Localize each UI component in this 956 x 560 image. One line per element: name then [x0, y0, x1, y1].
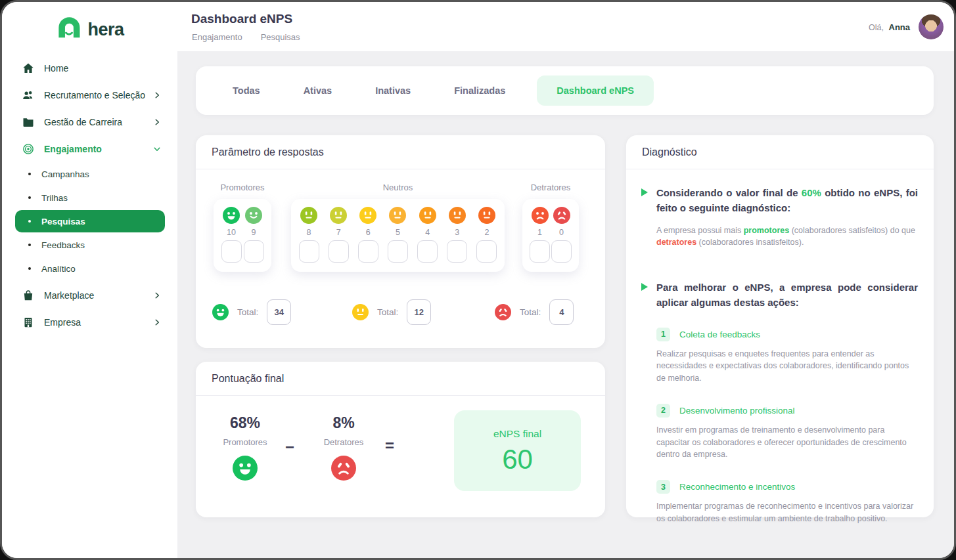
scale-count-input[interactable] [388, 240, 408, 263]
page-title: Dashboard eNPS [191, 12, 292, 26]
action-description: Implementar programas de reconhecimento … [656, 500, 918, 525]
action-number-badge: 3 [656, 480, 670, 494]
sidebar-item-label: Marketplace [44, 290, 94, 301]
scale-number: 2 [484, 228, 489, 237]
scale-count-input[interactable] [551, 240, 572, 263]
sidebar-item-gestao-carreira[interactable]: Gestão de Carreira [2, 108, 177, 135]
app-window: hera Home Recrutamento e Seleç [0, 0, 956, 560]
promoters-panel: 10 9 [214, 199, 271, 272]
promoters-percentage: 68% [206, 414, 285, 432]
tab-inativas[interactable]: Inativas [375, 85, 411, 96]
detractors-group: Detratores 1 0 [522, 183, 579, 272]
sidebar-subitem-feedbacks[interactable]: Feedbacks [15, 233, 165, 257]
breadcrumb-item[interactable]: Pesquisas [261, 32, 300, 42]
diagnostic-body: Considerando o valor final de 60% obtido… [626, 169, 934, 525]
scale-number: 5 [396, 228, 400, 237]
sidebar: hera Home Recrutamento e Seleç [2, 2, 177, 558]
tab-ativas[interactable]: Ativas [304, 85, 332, 96]
avatar[interactable] [919, 14, 944, 39]
sidebar-subitem-trilhas[interactable]: Trilhas [15, 186, 165, 209]
scale-count-input[interactable] [530, 240, 550, 263]
action-number-badge: 2 [656, 404, 670, 418]
total-input[interactable]: 34 [267, 299, 291, 325]
sidebar-subitem-analitico[interactable]: Analítico [15, 257, 165, 280]
scale-number: 4 [425, 228, 430, 237]
emoji-neutral-icon [300, 207, 317, 224]
bullet-dot [28, 244, 31, 246]
scale-count-input[interactable] [221, 240, 242, 263]
sidebar-item-engajamento[interactable]: Engajamento [2, 135, 177, 162]
triangle-bullet-icon [641, 188, 649, 197]
promoters-total: Total: 34 [212, 299, 291, 325]
group-label: Promotores [214, 183, 271, 192]
final-score-card: Pontuação final 68% Promotores − 8% Detr… [196, 362, 605, 517]
diagnostic-point: Considerando o valor final de 60% obtido… [641, 185, 918, 216]
tab-bar: Todas Ativas Inativas Finalizadas Dashbo… [196, 66, 934, 115]
detractors-label: Detratores [304, 437, 383, 447]
detractors-score-block: 8% Detratores [304, 414, 383, 481]
card-title: Parâmetro de respostas [196, 135, 605, 169]
user-area: Olá, Anna [869, 14, 944, 39]
sidebar-item-label: Home [44, 63, 68, 74]
scale-option: 8 [298, 207, 320, 263]
scale-count-input[interactable] [417, 240, 438, 263]
neutrals-panel: 8 7 6 5 [291, 199, 505, 272]
enps-result-box: eNPS final 60 [454, 410, 581, 491]
scale-count-input[interactable] [447, 240, 467, 263]
emoji-smile-icon [245, 207, 262, 224]
emoji-sad-icon [532, 207, 549, 224]
people-icon [22, 89, 35, 102]
total-input[interactable]: 4 [549, 299, 574, 325]
sidebar-subitem-label: Trilhas [41, 193, 68, 203]
sidebar-item-empresa[interactable]: Empresa [2, 309, 177, 335]
action-description: Realizar pesquisas e enquetes frequentes… [656, 348, 918, 385]
emoji-angry-icon [331, 456, 356, 481]
sidebar-subitem-campanhas[interactable]: Campanhas [15, 162, 165, 186]
scale-option: 2 [476, 207, 498, 263]
scale-number: 10 [227, 228, 236, 237]
enps-value-highlight: 60% [802, 187, 821, 198]
sidebar-item-label: Empresa [44, 317, 81, 328]
emoji-angry-icon [553, 207, 570, 224]
tab-dashboard-enps[interactable]: Dashboard eNPS [537, 75, 654, 106]
sidebar-subitem-pesquisas[interactable]: Pesquisas [15, 210, 165, 232]
action-title: Coleta de feedbacks [679, 330, 760, 339]
scale-count-input[interactable] [299, 240, 319, 263]
chevron-right-icon [152, 118, 162, 127]
action-description: Investir em programas de treinamento e d… [656, 424, 918, 461]
action-item: 2 Desenvolvimento profissional Investir … [656, 404, 918, 461]
detractors-highlight: detratores [656, 238, 696, 247]
enps-result-value: 60 [454, 444, 581, 475]
sidebar-item-recrutamento[interactable]: Recrutamento e Seleção [2, 81, 177, 108]
scale-number: 9 [252, 228, 256, 237]
scale-count-input[interactable] [329, 240, 349, 263]
sidebar-item-home[interactable]: Home [2, 54, 177, 81]
scale-count-input[interactable] [358, 240, 378, 263]
totals-row: Total: 34 Total: 12 Total: 4 [196, 299, 605, 328]
promoters-label: Promotores [206, 437, 285, 447]
scale-count-input[interactable] [244, 240, 264, 263]
enps-result-label: eNPS final [454, 428, 581, 440]
sidebar-subitem-label: Campanhas [41, 169, 89, 179]
bullet-dot [28, 173, 31, 175]
actions-lead-text: Para melhorar o eNPS, a empresa pode con… [656, 280, 918, 311]
hera-logo-icon [55, 15, 83, 44]
scale-count-input[interactable] [476, 240, 497, 263]
scale-number: 8 [307, 228, 311, 237]
sidebar-subitem-label: Analítico [41, 264, 76, 274]
scale-option: 7 [327, 207, 350, 263]
scale-option: 9 [242, 207, 265, 263]
breadcrumb-item[interactable]: Engajamento [192, 32, 242, 42]
scale-number: 3 [455, 228, 459, 237]
brand-logo: hera [55, 15, 124, 44]
scale-option: 0 [551, 207, 572, 263]
bullet-dot [28, 220, 31, 223]
group-label: Neutros [291, 183, 505, 192]
tab-todas[interactable]: Todas [233, 85, 260, 96]
total-input[interactable]: 12 [407, 299, 431, 325]
target-icon [22, 142, 35, 156]
scale-number: 6 [366, 228, 371, 237]
scale-option: 3 [446, 207, 468, 263]
sidebar-item-marketplace[interactable]: Marketplace [2, 282, 177, 309]
tab-finalizadas[interactable]: Finalizadas [454, 85, 505, 96]
